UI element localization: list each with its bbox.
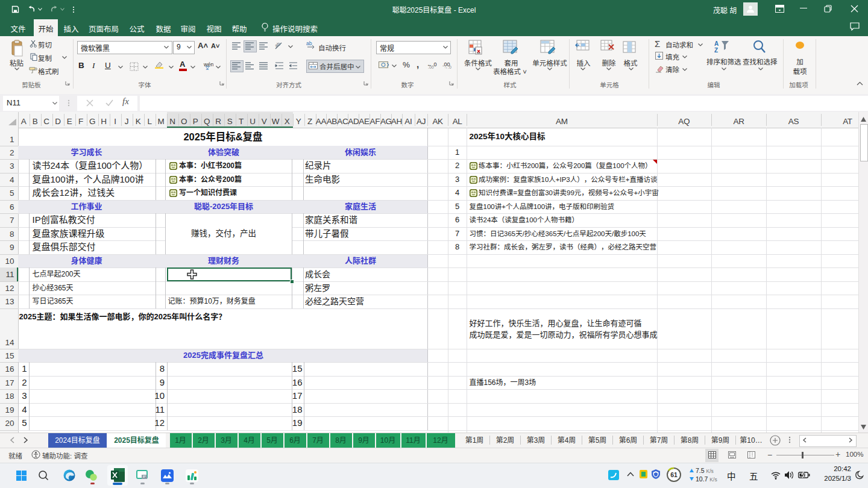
svg-text:A: A bbox=[714, 40, 719, 47]
svg-text:文: 文 bbox=[205, 65, 210, 70]
svg-text:61: 61 bbox=[670, 471, 678, 478]
svg-text:ab: ab bbox=[306, 41, 312, 46]
svg-text:Z: Z bbox=[714, 47, 718, 54]
svg-text:.00: .00 bbox=[428, 65, 434, 69]
svg-text:→.0: →.0 bbox=[444, 65, 451, 69]
svg-text:ab: ab bbox=[274, 41, 281, 49]
